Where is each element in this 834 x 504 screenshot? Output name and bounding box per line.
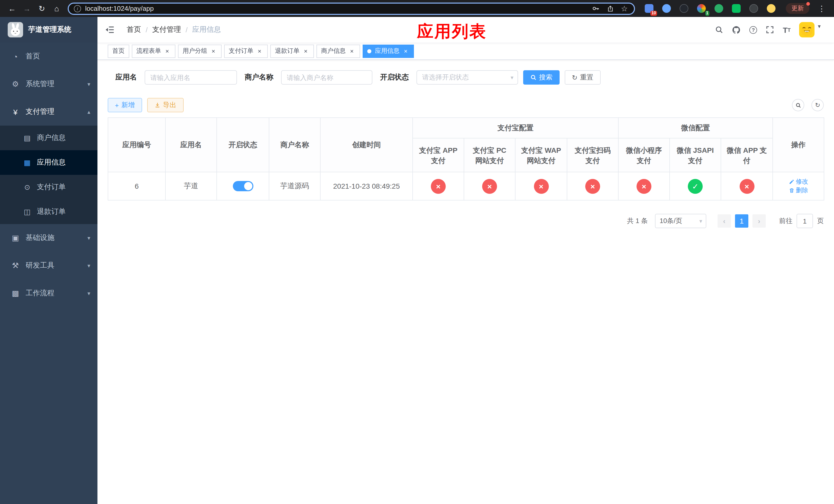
col-alipay-app: 支付宝 APP 支付	[413, 138, 464, 172]
reload-button[interactable]: ↻	[35, 2, 49, 15]
close-icon[interactable]: ×	[163, 47, 171, 54]
enabled-toggle[interactable]	[233, 181, 253, 191]
browser-update-button[interactable]: 更新	[786, 3, 809, 14]
extension-chat-icon[interactable]	[729, 2, 743, 15]
tab-home[interactable]: 首页	[108, 44, 129, 58]
sidebar-item-home[interactable]: ◔ 首页	[0, 43, 97, 70]
tab-pay-order[interactable]: 支付订单 ×	[224, 44, 268, 58]
search-icon	[795, 102, 801, 108]
filter-form: 应用名 商户名称 开启状态 请选择开启状态 ▾	[108, 70, 824, 85]
user-menu[interactable]: ▾	[799, 22, 821, 38]
col-ops: 操作	[773, 118, 824, 172]
breadcrumb-payment[interactable]: 支付管理	[152, 25, 181, 35]
prev-page-button[interactable]: ‹	[718, 214, 731, 228]
col-alipay-qr: 支付宝扫码支付	[567, 138, 618, 172]
col-created: 创建时间	[320, 118, 413, 172]
back-button[interactable]: ←	[5, 2, 19, 15]
sidebar-item-devtools[interactable]: ⚒ 研发工具 ▾	[0, 252, 97, 279]
help-icon[interactable]: ?	[749, 26, 757, 33]
tab-app-info[interactable]: 应用信息 ×	[363, 44, 414, 58]
sidebar-item-workflow[interactable]: ▩ 工作流程 ▾	[0, 279, 97, 307]
fullscreen-icon[interactable]	[766, 26, 774, 34]
extension-pinwheel-icon[interactable]	[747, 2, 760, 15]
app-grid-icon: ▦	[22, 158, 32, 167]
refresh-icon: ↻	[572, 74, 577, 81]
site-info-icon[interactable]: i	[74, 5, 81, 12]
home-button[interactable]: ⌂	[50, 2, 64, 15]
close-icon[interactable]: ×	[348, 47, 355, 54]
cell-created: 2021-10-23 08:49:25	[320, 172, 413, 200]
password-key-icon[interactable]	[592, 5, 599, 12]
add-button[interactable]: + 新增	[108, 98, 142, 112]
app-table: 应用编号 应用名 开启状态 商户名称 创建时间 支付宝配置 微信配置 操作 支付…	[108, 117, 824, 201]
page-size-select[interactable]: 10条/页 ▾	[655, 214, 706, 228]
app-name-input[interactable]	[145, 70, 237, 85]
app-title: 芋道管理系统	[28, 25, 71, 35]
refresh-table-button[interactable]: ↻	[811, 99, 824, 111]
close-icon[interactable]: ×	[256, 47, 263, 54]
sidebar-item-payment[interactable]: ¥ 支付管理 ▴	[0, 98, 97, 125]
download-icon	[154, 102, 160, 108]
col-wechat-app: 微信 APP 支付	[721, 138, 773, 172]
merchant-name-input[interactable]	[281, 70, 372, 85]
github-icon[interactable]	[732, 25, 741, 34]
sidebar-collapse-icon[interactable]	[105, 26, 114, 34]
tab-merchant-info[interactable]: 商户信息 ×	[316, 44, 360, 58]
delete-link[interactable]: 删除	[789, 186, 808, 195]
col-alipay-wap: 支付宝 WAP 网站支付	[515, 138, 567, 172]
search-icon[interactable]	[715, 26, 723, 34]
share-icon[interactable]	[607, 5, 614, 12]
close-icon[interactable]: ×	[402, 47, 409, 54]
forward-button[interactable]: →	[20, 2, 34, 15]
sidebar-item-infrastructure[interactable]: ▣ 基础设施 ▾	[0, 224, 97, 252]
extension-drop-icon[interactable]	[660, 2, 673, 15]
export-button[interactable]: 导出	[147, 98, 183, 112]
close-icon[interactable]: ×	[302, 47, 309, 54]
sidebar-item-merchant-info[interactable]: ▤ 商户信息	[0, 125, 97, 150]
extension-profile-icon[interactable]: 1	[695, 2, 708, 15]
wechat-jsapi-status-open: ✓	[688, 179, 703, 193]
status-select[interactable]: 请选择开启状态 ▾	[416, 70, 518, 85]
extension-grid-icon[interactable]: 10	[642, 2, 656, 15]
close-icon[interactable]: ×	[210, 47, 217, 54]
sidebar-item-refund-order[interactable]: ◫ 退款订单	[0, 200, 97, 224]
update-notification-dot	[806, 2, 810, 6]
tab-user-group[interactable]: 用户分组 ×	[178, 44, 222, 58]
browser-menu-icon[interactable]: ⋮	[816, 4, 827, 13]
extension-face-icon[interactable]	[764, 2, 777, 15]
goto-page-input[interactable]	[796, 214, 813, 228]
sidebar-menu: ◔ 首页 ⚙ 系统管理 ▾ ¥ 支付管理 ▴ ▤ 商户信息	[0, 43, 97, 307]
tags-view: 首页 流程表单 × 用户分组 × 支付订单 × 退款订单 ×	[97, 43, 834, 60]
chevron-down-icon: ▾	[511, 74, 513, 81]
search-button[interactable]: 搜索	[523, 70, 559, 85]
pagination-total: 共 1 条	[627, 216, 648, 226]
chevron-down-icon: ▾	[699, 217, 702, 224]
page-1-button[interactable]: 1	[735, 214, 748, 228]
tab-flow-form[interactable]: 流程表单 ×	[132, 44, 175, 58]
cell-app-name: 芋道	[166, 172, 217, 200]
merchant-card-icon: ▤	[22, 134, 32, 142]
chevron-down-icon: ▾	[818, 23, 821, 30]
cell-enabled	[217, 172, 269, 200]
address-bar[interactable]: i localhost:1024/pay/app ☆	[68, 2, 635, 15]
edit-link[interactable]: 修改	[789, 177, 808, 186]
alipay-wap-status-closed: ×	[534, 179, 549, 193]
sidebar-item-system[interactable]: ⚙ 系统管理 ▾	[0, 70, 97, 98]
extension-dark-icon[interactable]	[677, 2, 690, 15]
header-actions: ? TT	[715, 22, 821, 38]
extension-wechat-icon[interactable]	[712, 2, 725, 15]
toggle-search-button[interactable]	[792, 99, 804, 111]
page-title: 应用列表	[417, 21, 487, 43]
reset-button[interactable]: ↻ 重置	[565, 70, 601, 85]
breadcrumb-home[interactable]: 首页	[127, 25, 141, 35]
refund-doc-icon: ◫	[22, 208, 32, 216]
sidebar-item-app-info[interactable]: ▦ 应用信息	[0, 150, 97, 175]
tools-icon: ⚒	[10, 261, 21, 270]
bookmark-star-icon[interactable]: ☆	[621, 5, 628, 12]
col-merchant: 商户名称	[269, 118, 320, 172]
tab-refund-order[interactable]: 退款订单 ×	[270, 44, 314, 58]
next-page-button[interactable]: ›	[752, 214, 766, 228]
font-size-icon[interactable]: TT	[783, 25, 791, 34]
cell-merchant: 芋道源码	[269, 172, 320, 200]
sidebar-item-pay-order[interactable]: ⊙ 支付订单	[0, 175, 97, 200]
